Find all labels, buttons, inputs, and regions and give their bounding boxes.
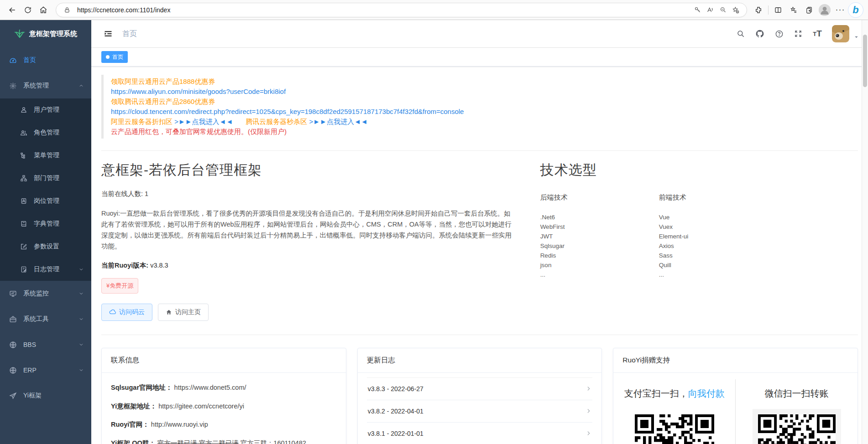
sidebar-item-system-tools[interactable]: 系统工具 [0, 306, 91, 332]
sidebar-item-label: Yi框架 [23, 392, 84, 400]
sidebar-item-yi-framework[interactable]: Yi框架 [0, 383, 91, 408]
tech-item: Axios [659, 242, 778, 251]
browser-home-icon[interactable] [36, 2, 51, 18]
donate-card: RuoYi捐赠支持 支付宝扫一扫，向我付款 微信扫一 [613, 348, 858, 444]
tech-item: JWT [540, 232, 659, 242]
sidebar-item-menu-mgmt[interactable]: 菜单管理 [0, 144, 91, 167]
zoom-out-icon[interactable] [716, 4, 729, 16]
notice-link[interactable]: https://cloud.tencent.com/redirect.php?r… [111, 107, 858, 117]
chevron-up-icon [78, 83, 84, 88]
sidebar-item-label: 部门管理 [34, 174, 84, 182]
sqlsugar-link[interactable]: https://www.donet5.com/ [174, 384, 246, 391]
sidebar-item-dept-mgmt[interactable]: 部门管理 [0, 167, 91, 190]
sidebar-item-system-monitor[interactable]: 系统监控 [0, 281, 91, 306]
yi-framework-link[interactable]: https://gitee.com/ccnetcore/yi [158, 403, 244, 410]
sidebar-item-label: 系统监控 [23, 289, 78, 298]
page-scrollbar[interactable] [862, 20, 868, 444]
sidebar-item-label: BBS [23, 341, 78, 348]
user-avatar[interactable] [832, 25, 849, 42]
browser-back-icon[interactable] [5, 2, 20, 18]
tech-item: json [540, 261, 659, 270]
tech-item: Quill [659, 261, 778, 270]
collections-icon[interactable] [786, 2, 801, 18]
contact-card-title: 联系信息 [102, 348, 346, 373]
browser-profile-icon[interactable] [817, 2, 832, 18]
password-key-icon[interactable] [691, 4, 704, 16]
sidebar-item-label: 首页 [23, 56, 84, 64]
changelog-card-title: 更新日志 [358, 348, 602, 373]
scrollbar-thumb[interactable] [863, 35, 867, 87]
changelog-item[interactable]: v3.8.2 - 2022-04-01 [367, 400, 593, 422]
ruoyi-link[interactable]: http://www.ruoyi.vip [151, 421, 208, 428]
help-icon[interactable] [771, 26, 787, 42]
browser-refresh-icon[interactable] [20, 2, 36, 18]
browser-actions: ··· b [751, 2, 863, 18]
backend-tech-title: 后端技术 [540, 193, 659, 202]
contact-row: Yi框架 QQ群： 官方一群已满 官方二群已满 官方三群：160110482 [111, 439, 337, 444]
visit-homepage-button[interactable]: 访问主页 [158, 304, 209, 321]
changelog-item[interactable]: v3.8.1 - 2022-01-01 [367, 422, 593, 444]
tags-view-bar: 首页 [91, 48, 868, 67]
tech-item: .Net6 [540, 213, 659, 222]
font-size-icon[interactable]: TT [809, 26, 826, 42]
enter-link[interactable]: >►►点我进入◄◄ [174, 118, 233, 125]
page-title: 意框架-若依后台管理框架 [101, 161, 513, 180]
pay-me-link[interactable]: 向我付款 [688, 388, 725, 398]
sidebar-item-label: 字典管理 [34, 220, 84, 228]
address-bar[interactable]: https://ccnetcore.com:1101/index [56, 3, 747, 17]
sidebar-item-label: 参数设置 [34, 243, 84, 251]
tech-item: Vue [659, 213, 778, 222]
sidebar-item-param-settings[interactable]: 参数设置 [0, 235, 91, 258]
visit-gitee-button[interactable]: 访问码云 [101, 304, 152, 321]
app-title: 意框架管理系统 [29, 30, 77, 38]
notice-link[interactable]: https://www.aliyun.com/minisite/goods?us… [111, 87, 858, 97]
avatar-caret-icon[interactable] [854, 35, 859, 40]
sidebar-item-user-mgmt[interactable]: 用户管理 [0, 98, 91, 121]
divider [101, 150, 858, 151]
search-icon[interactable] [732, 26, 749, 42]
backend-tech: 后端技术 .Net6 WebFirst JWT Sqlsugar Redis j… [540, 193, 659, 279]
tag-home[interactable]: 首页 [101, 51, 128, 63]
sidebar-toggle-icon[interactable] [100, 26, 116, 41]
sidebar-item-role-mgmt[interactable]: 角色管理 [0, 121, 91, 144]
app-logo[interactable]: 意框架管理系统 [0, 20, 91, 47]
tag-label: 首页 [112, 53, 123, 61]
sidebar-item-bbs[interactable]: BBS [0, 332, 91, 357]
changelog-item[interactable]: v3.8.3 - 2022-06-27 [367, 377, 593, 400]
extensions-icon[interactable] [751, 2, 766, 18]
chevron-down-icon [78, 291, 84, 296]
sidebar-item-post-mgmt[interactable]: 岗位管理 [0, 190, 91, 212]
read-aloud-icon[interactable] [704, 4, 716, 16]
globe-icon [9, 341, 17, 349]
breadcrumb[interactable]: 首页 [122, 29, 137, 39]
frontend-tech-title: 前端技术 [659, 193, 778, 202]
sidebar-item-system-mgmt[interactable]: 系统管理 [0, 73, 91, 98]
duplicate-tab-icon[interactable] [801, 2, 817, 18]
favorite-add-icon[interactable] [729, 4, 742, 16]
github-icon[interactable] [752, 26, 768, 42]
url-text[interactable]: https://ccnetcore.com:1101/index [77, 6, 691, 14]
sidebar-item-label: 角色管理 [34, 129, 84, 137]
fullscreen-icon[interactable] [790, 26, 806, 42]
enter-link[interactable]: >►►点我进入◄◄ [309, 118, 368, 125]
gear-icon [9, 82, 17, 90]
guide-icon [9, 392, 17, 400]
lock-icon[interactable] [61, 4, 73, 16]
tech-selection-title: 技术选型 [540, 161, 858, 180]
tag-active-dot [106, 55, 110, 59]
notice-line: 阿里云服务器折扣区 >►►点我进入◄◄腾讯云服务器秒杀区 >►►点我进入◄◄ [111, 117, 858, 127]
sidebar-item-erp[interactable]: ERP [0, 357, 91, 383]
sidebar-item-dict-mgmt[interactable]: 字典管理 [0, 212, 91, 235]
sidebar-item-log-mgmt[interactable]: 日志管理 [0, 258, 91, 281]
tech-item: Redis [540, 251, 659, 261]
sidebar-item-label: 日志管理 [34, 265, 78, 274]
split-screen-icon[interactable] [770, 2, 786, 18]
sidebar-item-home[interactable]: 首页 [0, 47, 91, 73]
chevron-right-icon [586, 386, 591, 392]
version-line: 当前Ruoyi版本: v3.8.3 [101, 261, 513, 270]
bing-chat-icon[interactable]: b [848, 2, 863, 18]
log-icon [20, 266, 27, 273]
post-icon [20, 197, 27, 205]
more-options-icon[interactable]: ··· [832, 2, 848, 18]
chevron-down-icon [78, 267, 84, 272]
